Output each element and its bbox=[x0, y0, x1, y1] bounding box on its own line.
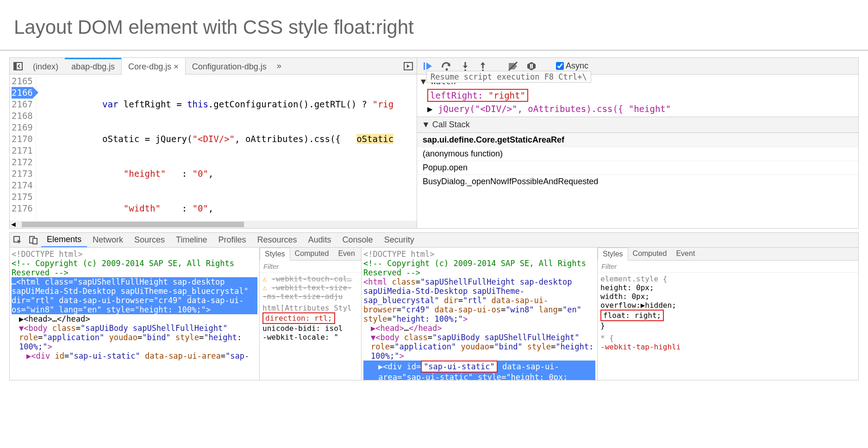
tab-audits[interactable]: Audits bbox=[303, 233, 337, 247]
line-number[interactable]: 2171 bbox=[12, 145, 33, 156]
pause-on-exceptions-button[interactable] bbox=[526, 61, 537, 71]
line-number[interactable]: 2173 bbox=[12, 168, 33, 180]
more-tabs-icon[interactable]: » bbox=[273, 61, 285, 71]
step-into-button[interactable] bbox=[461, 61, 470, 71]
devtools-main-tabs: Elements Network Sources Timeline Profil… bbox=[10, 233, 858, 248]
tab-elements[interactable]: Elements bbox=[41, 233, 87, 247]
elements-tree-left[interactable]: <!DOCTYPE html> <!-- Copyright (c) 2009-… bbox=[10, 248, 260, 380]
line-number[interactable]: 2176 bbox=[12, 203, 33, 214]
tab-timeline[interactable]: Timeline bbox=[170, 233, 212, 247]
tab-console[interactable]: Console bbox=[337, 233, 379, 247]
deactivate-breakpoints-button[interactable] bbox=[508, 61, 518, 71]
svg-rect-9 bbox=[530, 64, 531, 68]
bottom-devtools: Elements Network Sources Timeline Profil… bbox=[9, 232, 859, 380]
svg-marker-8 bbox=[527, 62, 536, 70]
styles-filter[interactable]: Filter bbox=[598, 261, 858, 273]
callstack-frame[interactable]: Popup.open bbox=[417, 161, 858, 174]
step-over-button[interactable] bbox=[441, 61, 452, 71]
run-snippet-icon[interactable] bbox=[400, 62, 417, 71]
watch-section: Resume script execution F8 Ctrl+\ ▼ Watc… bbox=[417, 75, 858, 117]
resume-tooltip: Resume script execution F8 Ctrl+\ bbox=[426, 71, 591, 83]
horizontal-scrollbar[interactable]: ◄ bbox=[10, 221, 417, 228]
line-number[interactable]: 2170 bbox=[12, 133, 33, 145]
tab-sources[interactable]: Sources bbox=[129, 233, 170, 247]
events-tab[interactable]: Event bbox=[671, 248, 699, 260]
selected-html-element[interactable]: …<html class="sapUShellFullHeight sap-de… bbox=[12, 277, 257, 314]
tab-profiles[interactable]: Profiles bbox=[212, 233, 251, 247]
async-checkbox[interactable]: Async bbox=[557, 61, 588, 71]
line-number[interactable]: 2168 bbox=[12, 110, 33, 122]
styles-filter[interactable]: Filter bbox=[260, 261, 361, 273]
line-number[interactable]: 2169 bbox=[12, 122, 33, 133]
callstack-header[interactable]: ▼ Call Stack bbox=[417, 117, 858, 133]
code-content[interactable]: var leftRight = this.getConfiguration().… bbox=[36, 75, 417, 221]
events-tab[interactable]: Even bbox=[333, 248, 359, 260]
watch-leftright-highlight: leftRight: "right" bbox=[427, 89, 528, 102]
watch-jquery-expr[interactable]: jQuery("<DIV/>", oAttributes).css({ "hei… bbox=[438, 104, 671, 114]
callstack-frame[interactable]: sap.ui.define.Core.getStaticAreaRef bbox=[417, 133, 858, 147]
line-number[interactable]: 2172 bbox=[12, 156, 33, 168]
callstack-frame[interactable]: BusyDialog._openNowIfPossibleAndRequeste… bbox=[417, 174, 858, 188]
sap-ui-static-highlight: "sap-ui-static" bbox=[421, 361, 498, 373]
resume-button[interactable] bbox=[423, 61, 433, 71]
step-out-button[interactable] bbox=[478, 61, 487, 71]
elements-tree-right[interactable]: <!DOCTYPE html> <!-- Copyright (c) 2009-… bbox=[362, 248, 598, 380]
direction-rtl-highlight: direction: rtl; bbox=[262, 312, 335, 324]
svg-point-4 bbox=[446, 68, 448, 70]
line-number[interactable]: 2175 bbox=[12, 191, 33, 203]
svg-rect-1 bbox=[14, 62, 17, 70]
line-number[interactable]: 2165 bbox=[12, 75, 33, 87]
float-right-highlight: float: right; bbox=[600, 310, 664, 321]
styles-panel-left: Styles Computed Even Filter ⚠ -webkit-to… bbox=[260, 248, 362, 380]
show-navigator-icon[interactable] bbox=[10, 62, 26, 71]
svg-rect-3 bbox=[424, 62, 425, 70]
tab-index[interactable]: (index) bbox=[26, 58, 65, 75]
inspect-icon[interactable] bbox=[10, 236, 25, 244]
selected-static-div[interactable]: ▶<div id="sap-ui-static" data-sap-ui-are… bbox=[363, 361, 595, 380]
source-file-tabs: (index) abap-dbg.js Core-dbg.js × Config… bbox=[10, 58, 417, 75]
line-number-breakpoint[interactable]: 2166 bbox=[12, 87, 33, 99]
line-number[interactable]: 2167 bbox=[12, 99, 33, 110]
tab-security[interactable]: Security bbox=[379, 233, 420, 247]
tab-abap-dbg[interactable]: abap-dbg.js bbox=[65, 58, 121, 75]
line-gutter[interactable]: 2165 2166 2167 2168 2169 2170 2171 2172 … bbox=[10, 75, 36, 221]
tab-core-dbg[interactable]: Core-dbg.js × bbox=[121, 58, 186, 75]
styles-tab[interactable]: Styles bbox=[598, 248, 628, 261]
computed-tab[interactable]: Computed bbox=[290, 248, 334, 260]
device-icon[interactable] bbox=[25, 236, 41, 244]
tab-resources[interactable]: Resources bbox=[252, 233, 303, 247]
devtools-sources-panel: (index) abap-dbg.js Core-dbg.js × Config… bbox=[9, 57, 859, 229]
styles-tab[interactable]: Styles bbox=[260, 248, 290, 261]
debugger-sidebar: Async Resume script execution F8 Ctrl+\ … bbox=[417, 58, 858, 228]
tab-configuration-dbg[interactable]: Configuration-dbg.js bbox=[186, 58, 273, 75]
source-code-editor[interactable]: 2165 2166 2167 2168 2169 2170 2171 2172 … bbox=[10, 75, 417, 221]
page-title: Layout DOM element with CSS style float:… bbox=[0, 0, 868, 50]
svg-rect-13 bbox=[33, 238, 37, 244]
computed-tab[interactable]: Computed bbox=[628, 248, 672, 260]
svg-rect-10 bbox=[532, 64, 533, 68]
tab-network[interactable]: Network bbox=[87, 233, 129, 247]
divider bbox=[0, 50, 868, 50]
styles-panel-right: Styles Computed Event Filter element.sty… bbox=[598, 248, 858, 380]
callstack-frame[interactable]: (anonymous function) bbox=[417, 147, 858, 161]
line-number[interactable]: 2174 bbox=[12, 180, 33, 191]
